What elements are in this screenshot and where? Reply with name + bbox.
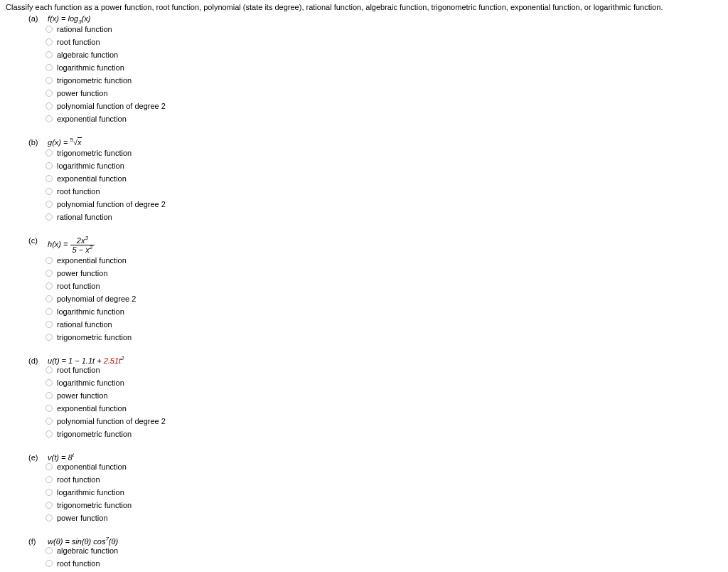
radio-icon[interactable] [46,514,53,521]
radio-icon[interactable] [46,270,53,277]
option-label: power function [57,389,108,402]
radio-icon[interactable] [46,90,53,97]
radio-icon[interactable] [46,392,53,399]
radio-icon[interactable] [46,547,53,554]
option-row[interactable]: trigonometric function [46,499,722,512]
option-row[interactable]: exponential function [46,112,722,125]
option-row[interactable]: exponential function [46,172,722,185]
option-label: trigonometric function [57,428,132,440]
option-row[interactable]: root function [46,364,722,376]
question-d-options: root functionlogarithmic functionpower f… [46,364,722,440]
option-row[interactable]: polynomial function of degree 2 [46,415,722,428]
radio-icon[interactable] [46,430,53,438]
radio-icon[interactable] [46,38,53,46]
option-row[interactable]: logarithmic function [46,159,722,172]
radio-icon[interactable] [46,64,53,71]
question-c-options: exponential functionpower functionroot f… [46,254,722,344]
option-row[interactable]: trigonometric function [46,147,722,159]
question-a-options: rational functionroot functionalgebraic … [46,23,722,125]
question-c-formula: h(x) = 2x35 − x2 [48,236,95,254]
option-label: rational function [57,211,112,223]
radio-icon[interactable] [46,502,53,509]
option-row[interactable]: logarithmic function [46,486,722,499]
option-row[interactable]: root function [46,557,722,570]
radio-icon[interactable] [46,115,53,122]
question-d-label: (d) [28,356,46,365]
option-row[interactable]: logarithmic function [46,376,722,389]
option-label: polynomial of degree 2 [57,292,136,305]
radio-icon[interactable] [46,379,53,386]
option-row[interactable]: exponential function [46,402,722,415]
question-c-label: (c) [28,236,46,245]
question-b-formula: g(x) = 5√x [48,138,82,147]
radio-icon[interactable] [46,149,53,157]
radio-icon[interactable] [46,26,53,33]
option-row[interactable]: logarithmic function [46,61,722,74]
option-row[interactable]: rational function [46,23,722,36]
option-row[interactable]: algebraic function [46,544,722,557]
option-label: root function [57,557,100,570]
radio-icon[interactable] [46,295,53,302]
radio-icon[interactable] [46,418,53,425]
radio-icon[interactable] [46,77,53,84]
question-b-label: (b) [28,138,46,147]
option-row[interactable]: power function [46,512,722,524]
radio-icon[interactable] [46,308,53,315]
option-row[interactable]: rational function [46,211,722,223]
option-label: polynomial function of degree 2 [57,198,166,211]
option-row[interactable]: power function [46,87,722,100]
question-d-formula-sup: 2 [121,355,124,361]
radio-icon[interactable] [46,321,53,328]
radio-icon[interactable] [46,366,53,374]
option-row[interactable]: trigonometric function [46,331,722,344]
option-row[interactable]: trigonometric function [46,74,722,87]
option-label: root function [57,280,100,292]
radio-icon[interactable] [46,201,53,208]
option-row[interactable]: rational function [46,318,722,331]
radio-icon[interactable] [46,51,53,58]
radio-icon[interactable] [46,257,53,264]
option-label: exponential function [57,254,127,267]
option-label: root function [57,473,100,486]
option-label: exponential function [57,460,127,473]
option-row[interactable]: polynomial function of degree 2 [46,100,722,112]
option-row[interactable]: polynomial of degree 2 [46,292,722,305]
option-label: logarithmic function [57,61,124,74]
radio-icon[interactable] [46,175,53,182]
option-row[interactable]: trigonometric function [46,428,722,440]
option-row[interactable]: exponential function [46,460,722,473]
radio-icon[interactable] [46,560,53,567]
question-e-options: exponential functionroot functionlogarit… [46,460,722,524]
radio-icon[interactable] [46,162,53,169]
option-row[interactable]: exponential function [46,254,722,267]
option-label: polynomial function of degree 2 [57,415,166,428]
radio-icon[interactable] [46,188,53,195]
option-label: power function [57,267,108,280]
option-row[interactable]: power function [46,389,722,402]
radio-icon[interactable] [46,489,53,496]
option-label: logarithmic function [57,305,124,318]
option-row[interactable]: logarithmic function [46,305,722,318]
option-label: exponential function [57,402,127,415]
radio-icon[interactable] [46,334,53,341]
option-label: root function [57,185,100,198]
question-c: (c) h(x) = 2x35 − x2 exponential functio… [28,236,722,344]
option-row[interactable]: root function [46,473,722,486]
option-row[interactable]: power function [46,267,722,280]
option-row[interactable]: root function [46,36,722,48]
option-label: exponential function [57,172,127,185]
radio-icon[interactable] [46,282,53,290]
option-row[interactable]: polynomial function of degree 2 [46,198,722,211]
radio-icon[interactable] [46,476,53,483]
question-a: (a) f(x) = log3(x) rational functionroot… [28,14,722,125]
option-label: power function [57,87,108,100]
question-e: (e) v(t) = 8t exponential functionroot f… [28,453,722,524]
option-row[interactable]: algebraic function [46,48,722,61]
question-f: (f) w(θ) = sin(θ) cos7(θ) algebraic func… [28,537,722,572]
radio-icon[interactable] [46,405,53,412]
radio-icon[interactable] [46,213,53,221]
option-row[interactable]: root function [46,280,722,292]
option-row[interactable]: root function [46,185,722,198]
radio-icon[interactable] [46,463,53,470]
radio-icon[interactable] [46,102,53,110]
